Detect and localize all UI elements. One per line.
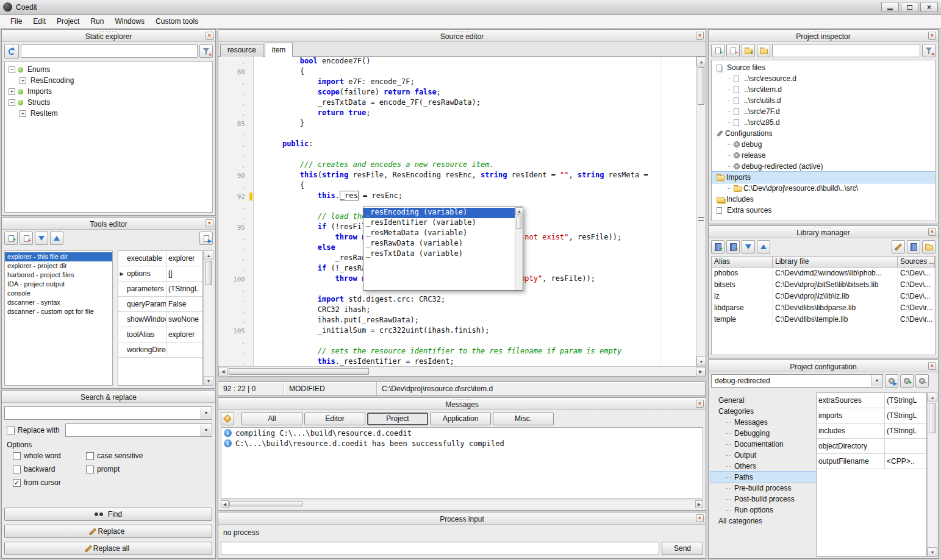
inspector-tree[interactable]: Source files..\src\resource.d..\src\item…: [711, 60, 936, 221]
maximize-button[interactable]: [901, 2, 918, 12]
category-others[interactable]: Others: [711, 461, 816, 472]
minimize-button[interactable]: [881, 2, 899, 12]
config-scrollbar[interactable]: ▲ ▼: [927, 392, 937, 557]
scroll-right-icon[interactable]: ▶: [695, 500, 703, 508]
checkbox-whole-word[interactable]: [13, 452, 21, 460]
tree-item-extra-sources[interactable]: Extra sources: [712, 205, 935, 216]
category-documentation[interactable]: Documentation: [711, 439, 816, 450]
completion-scrollbar[interactable]: ▲: [515, 207, 523, 290]
close-panel-icon[interactable]: ×: [928, 362, 936, 370]
category-pre-build-process[interactable]: Pre-build process: [711, 483, 816, 494]
tool-item-ida-project-output[interactable]: IDA - project output: [5, 280, 112, 289]
close-panel-icon[interactable]: ×: [696, 400, 704, 408]
tool-item-console[interactable]: console: [5, 289, 112, 298]
category-run-options[interactable]: Run options: [711, 505, 816, 516]
move-library-down-button[interactable]: [742, 240, 755, 253]
remove-library-button[interactable]: −: [726, 240, 740, 253]
symbol-search-input[interactable]: [21, 44, 198, 58]
category-output[interactable]: Output: [711, 450, 816, 461]
filter-application[interactable]: Application: [430, 413, 491, 425]
checkbox-case-sensitive[interactable]: [86, 452, 94, 460]
tree-item-enums[interactable]: −Enums: [5, 64, 212, 75]
scroll-thumb[interactable]: [229, 502, 302, 506]
menu-project[interactable]: Project: [51, 15, 85, 27]
clone-configuration-button[interactable]: ▶: [885, 374, 898, 388]
close-button[interactable]: ×: [920, 2, 938, 12]
messages-hscrollbar[interactable]: ◀ ▶: [221, 500, 703, 508]
tool-item-explorer-this-file-dir[interactable]: explorer - this file dir: [5, 252, 112, 261]
collapse-icon[interactable]: −: [9, 99, 15, 106]
property-value[interactable]: explorer: [166, 330, 202, 339]
close-panel-icon[interactable]: ×: [928, 228, 936, 236]
scroll-right-icon[interactable]: ▶: [696, 367, 706, 377]
editor-vscrollbar[interactable]: ▲ ▼: [696, 57, 706, 366]
category-messages[interactable]: Messages: [711, 417, 816, 428]
tool-item-explorer-project-dir[interactable]: explorer - project dir: [5, 261, 112, 271]
completion-list[interactable]: _resEncoding (variable)_resIdentifier (v…: [363, 207, 515, 290]
tree-item-resencoding[interactable]: +ResEncoding: [5, 75, 212, 86]
config-grid[interactable]: extraSources(TStringLimports(TStringLinc…: [816, 392, 927, 557]
tab-item[interactable]: item: [265, 43, 293, 57]
library-from-file-button[interactable]: [907, 240, 920, 253]
configuration-selector[interactable]: debug-redirected ▼: [711, 374, 883, 388]
remove-tool-button[interactable]: −: [20, 232, 33, 245]
tree-item-debug-redirected-active[interactable]: debug-redirected (active): [712, 161, 935, 172]
tool-item-dscanner-custom-opt-for-file[interactable]: dscanner - custom opt for file: [5, 307, 112, 316]
completion-item-resmetadata-variable[interactable]: _resMetaData (variable): [363, 229, 515, 239]
replace-button[interactable]: Replace: [4, 525, 212, 538]
category-categories[interactable]: Categories: [711, 406, 816, 417]
move-tool-down-button[interactable]: [35, 232, 48, 245]
property-value[interactable]: (TStringL: [885, 396, 926, 405]
editor-hscrollbar[interactable]: ◀ ▶: [218, 366, 706, 376]
replace-all-button[interactable]: Replace all: [4, 542, 212, 555]
move-tool-up-button[interactable]: [50, 232, 63, 245]
static-explorer-tree[interactable]: −Enums+ResEncoding+Imports−Structs+ResIt…: [4, 61, 213, 213]
collapse-icon[interactable]: −: [9, 66, 15, 73]
scroll-up-icon[interactable]: ▲: [696, 57, 706, 66]
expand-icon[interactable]: +: [20, 110, 26, 117]
filter-button[interactable]: ×: [922, 44, 936, 57]
tools-list[interactable]: explorer - this file direxplorer - proje…: [4, 250, 113, 386]
option-from-cursor[interactable]: ✓from cursor: [13, 478, 86, 487]
filter-misc[interactable]: Misc.: [493, 413, 554, 425]
scroll-up-icon[interactable]: ▲: [515, 207, 523, 215]
tree-item-src-utils-d[interactable]: ..\src\utils.d: [712, 95, 935, 106]
property-value[interactable]: explorer: [166, 254, 202, 263]
option-whole-word[interactable]: whole word: [13, 452, 86, 460]
scroll-thumb[interactable]: [517, 216, 521, 229]
close-panel-icon[interactable]: ×: [696, 32, 704, 40]
option-prompt[interactable]: prompt: [86, 465, 208, 473]
move-library-up-button[interactable]: [757, 240, 770, 253]
chevron-down-icon[interactable]: ▼: [201, 408, 211, 419]
add-folder-button[interactable]: +: [742, 44, 755, 57]
scroll-up-icon[interactable]: ▲: [928, 392, 937, 402]
category-debugging[interactable]: Debugging: [711, 428, 816, 439]
tree-item-imports[interactable]: Imports: [712, 172, 935, 183]
close-panel-icon[interactable]: ×: [928, 32, 936, 40]
property-value[interactable]: swoNone: [166, 315, 202, 324]
menu-run[interactable]: Run: [85, 15, 109, 27]
expand-icon[interactable]: +: [20, 77, 26, 84]
tree-item-resitem[interactable]: +ResItem: [5, 108, 212, 119]
menu-windows[interactable]: Windows: [109, 15, 150, 27]
scroll-left-icon[interactable]: ◀: [221, 500, 229, 508]
chevron-down-icon[interactable]: ▼: [201, 425, 211, 436]
menu-edit[interactable]: Edit: [27, 15, 51, 27]
scroll-down-icon[interactable]: ▼: [696, 356, 706, 366]
option-case-sensitive[interactable]: case sensitive: [86, 452, 208, 460]
message-line[interactable]: iC:\...\build\resource.d.coedit has been…: [221, 438, 703, 448]
tools-props-scrollbar[interactable]: ▲ ▼: [203, 250, 213, 386]
category-all-categories[interactable]: All categories: [711, 516, 816, 526]
tree-item-src-e7f-d[interactable]: ..\src\e7F.d: [712, 106, 935, 117]
close-panel-icon[interactable]: ×: [696, 514, 704, 522]
tree-item-src-resource-d[interactable]: ..\src\resource.d: [712, 73, 935, 84]
messages-list[interactable]: icompiling C:\...\build\resource.d.coedi…: [221, 427, 703, 498]
property-value[interactable]: (TStringL: [885, 427, 926, 435]
library-row-bitsets[interactable]: bitsetsC:\Dev\dproj\bitSet\lib\bitsets.l…: [712, 279, 935, 291]
replace-term-combo[interactable]: ▼: [65, 424, 212, 437]
scroll-thumb[interactable]: [205, 261, 212, 285]
edit-library-button[interactable]: [892, 240, 905, 253]
property-value[interactable]: False: [166, 300, 202, 308]
find-button[interactable]: Find: [4, 508, 212, 521]
checkbox-backward[interactable]: [13, 466, 21, 473]
